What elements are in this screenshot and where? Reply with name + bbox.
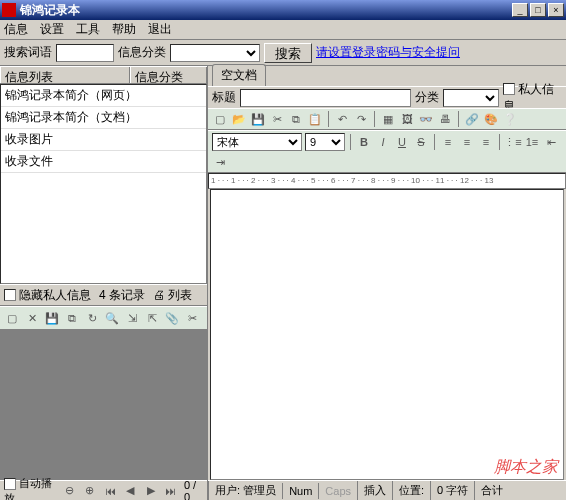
list-view-button[interactable]: 🖨 列表: [153, 287, 192, 304]
prev-icon[interactable]: ◀: [123, 483, 137, 499]
link-icon[interactable]: 🔗: [464, 111, 480, 127]
zoom-icon[interactable]: 🔍: [104, 310, 120, 326]
status-chars: 0 字符: [430, 481, 474, 500]
cut-icon[interactable]: ✂: [269, 111, 285, 127]
status-num: Num: [282, 483, 318, 499]
redo-icon[interactable]: ↷: [353, 111, 369, 127]
indent-icon[interactable]: ⇥: [212, 154, 228, 170]
separator: [350, 134, 351, 150]
record-count: 4 条记录: [99, 287, 145, 304]
zoom-out-icon[interactable]: ⊖: [63, 483, 77, 499]
outdent-icon[interactable]: ⇤: [543, 134, 559, 150]
list-header: 信息列表 信息分类: [0, 66, 207, 84]
menu-tools[interactable]: 工具: [76, 21, 100, 38]
search-category-select[interactable]: [170, 44, 260, 62]
hide-private-checkbox[interactable]: 隐藏私人信息: [4, 287, 91, 304]
status-position: 位置:: [392, 481, 430, 500]
right-panel: 空文档 标题 分类 私人信息 ▢ 📂 💾 ✂ ⧉ 📋 ↶ ↷ ▦ 🖼 👓 🖶 🔗: [208, 66, 566, 500]
strike-icon[interactable]: S: [413, 134, 429, 150]
status-user: 用户: 管理员: [208, 481, 282, 500]
new-icon[interactable]: ▢: [4, 310, 20, 326]
paste-icon[interactable]: 📋: [307, 111, 323, 127]
refresh-icon[interactable]: ↻: [84, 310, 100, 326]
searchbar: 搜索词语 信息分类 搜索 请设置登录密码与安全提问: [0, 40, 566, 66]
menu-exit[interactable]: 退出: [148, 21, 172, 38]
table-icon[interactable]: ▦: [380, 111, 396, 127]
first-icon[interactable]: ⏮: [103, 483, 117, 499]
delete-icon[interactable]: ✕: [24, 310, 40, 326]
statusbar: 用户: 管理员 Num Caps 插入 位置: 0 字符 合计: [208, 480, 566, 500]
bullet-list-icon[interactable]: ⋮≡: [505, 134, 521, 150]
new-doc-icon[interactable]: ▢: [212, 111, 228, 127]
next-icon[interactable]: ▶: [143, 483, 157, 499]
zoom-in-icon[interactable]: ⊕: [83, 483, 97, 499]
size-select[interactable]: 9: [305, 133, 345, 151]
editor-area[interactable]: [210, 189, 564, 480]
align-center-icon[interactable]: ≡: [459, 134, 475, 150]
titlebar: 锦鸿记录本 _ □ ×: [0, 0, 566, 20]
search-term-label: 搜索词语: [4, 44, 52, 61]
doc-category-label: 分类: [415, 89, 439, 106]
bold-icon[interactable]: B: [356, 134, 372, 150]
title-label: 标题: [212, 89, 236, 106]
find-icon[interactable]: 👓: [418, 111, 434, 127]
close-button[interactable]: ×: [548, 3, 564, 17]
menu-help[interactable]: 帮助: [112, 21, 136, 38]
separator: [374, 111, 375, 127]
italic-icon[interactable]: I: [375, 134, 391, 150]
status-caps: Caps: [318, 483, 357, 499]
save-icon[interactable]: 💾: [44, 310, 60, 326]
pager-position: 0 / 0: [184, 479, 203, 501]
clip-icon[interactable]: ✂: [184, 310, 200, 326]
maximize-button[interactable]: □: [530, 3, 546, 17]
info-list: 锦鸿记录本简介（网页） 锦鸿记录本简介（文档） 收录图片 收录文件: [0, 84, 207, 284]
col-info-category[interactable]: 信息分类: [130, 67, 207, 83]
menubar: 信息 设置 工具 帮助 退出: [0, 20, 566, 40]
list-item[interactable]: 收录图片: [1, 129, 206, 151]
help-icon[interactable]: ❔: [502, 111, 518, 127]
search-button[interactable]: 搜索: [264, 43, 312, 63]
search-term-input[interactable]: [56, 44, 114, 62]
copy-doc-icon[interactable]: ⧉: [288, 111, 304, 127]
tab-empty-doc[interactable]: 空文档: [212, 64, 266, 86]
list-item[interactable]: 收录文件: [1, 151, 206, 173]
align-right-icon[interactable]: ≡: [478, 134, 494, 150]
color-icon[interactable]: 🎨: [483, 111, 499, 127]
left-toolbar: ▢ ✕ 💾 ⧉ ↻ 🔍 ⇲ ⇱ 📎 ✂: [0, 306, 207, 330]
security-link[interactable]: 请设置登录密码与安全提问: [316, 44, 460, 61]
autoplay-checkbox[interactable]: 自动播放: [4, 476, 57, 501]
open-icon[interactable]: 📂: [231, 111, 247, 127]
minimize-button[interactable]: _: [512, 3, 528, 17]
list-item[interactable]: 锦鸿记录本简介（文档）: [1, 107, 206, 129]
number-list-icon[interactable]: 1≡: [524, 134, 540, 150]
print-icon[interactable]: 🖶: [437, 111, 453, 127]
menu-info[interactable]: 信息: [4, 21, 28, 38]
undo-icon[interactable]: ↶: [334, 111, 350, 127]
copy-icon[interactable]: ⧉: [64, 310, 80, 326]
doc-category-select[interactable]: [443, 89, 499, 107]
left-options-bar: 隐藏私人信息 4 条记录 🖨 列表: [0, 284, 207, 306]
underline-icon[interactable]: U: [394, 134, 410, 150]
search-category-label: 信息分类: [118, 44, 166, 61]
editor-toolbar-1: ▢ 📂 💾 ✂ ⧉ 📋 ↶ ↷ ▦ 🖼 👓 🖶 🔗 🎨 ❔: [208, 108, 566, 130]
pager-bar: 自动播放 ⊖ ⊕ ⏮ ◀ ▶ ⏭ 0 / 0: [0, 480, 207, 500]
last-icon[interactable]: ⏭: [164, 483, 178, 499]
editor-toolbar-2: 宋体 9 B I U S ≡ ≡ ≡ ⋮≡ 1≡ ⇤ ⇥: [208, 130, 566, 173]
export-icon[interactable]: ⇲: [124, 310, 140, 326]
title-input[interactable]: [240, 89, 411, 107]
separator: [434, 134, 435, 150]
status-insert: 插入: [357, 481, 392, 500]
font-select[interactable]: 宋体: [212, 133, 302, 151]
thumbnail-area: [0, 330, 207, 480]
list-item[interactable]: 锦鸿记录本简介（网页）: [1, 85, 206, 107]
col-info-list[interactable]: 信息列表: [0, 67, 130, 83]
menu-config[interactable]: 设置: [40, 21, 64, 38]
image-icon[interactable]: 🖼: [399, 111, 415, 127]
attach-icon[interactable]: 📎: [164, 310, 180, 326]
import-icon[interactable]: ⇱: [144, 310, 160, 326]
left-panel: 信息列表 信息分类 锦鸿记录本简介（网页） 锦鸿记录本简介（文档） 收录图片 收…: [0, 66, 208, 500]
app-icon: [2, 3, 16, 17]
save-doc-icon[interactable]: 💾: [250, 111, 266, 127]
align-left-icon[interactable]: ≡: [440, 134, 456, 150]
separator: [499, 134, 500, 150]
